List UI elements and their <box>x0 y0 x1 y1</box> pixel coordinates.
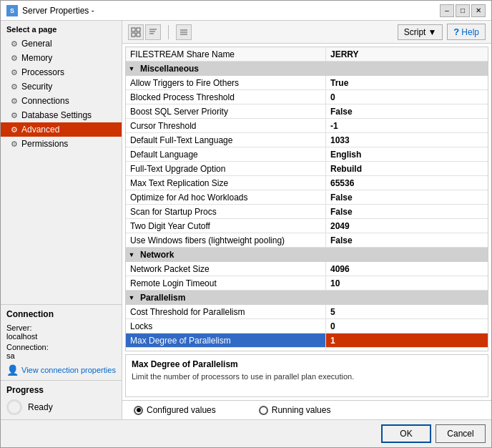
list-icon[interactable] <box>176 24 192 40</box>
filestream-row[interactable]: FILESTREAM Share Name JERRY <box>126 47 488 62</box>
table-row[interactable]: Blocked Process Threshold 0 <box>126 90 488 104</box>
window-title: Server Properties - <box>22 6 94 16</box>
table-row[interactable]: Default Full-Text Language 1033 <box>126 133 488 147</box>
prop-value: False <box>326 104 488 118</box>
main-content: Select a page ⚙ General ⚙ Memory ⚙ Proce… <box>1 21 491 419</box>
table-row[interactable]: Query Wait -1 <box>126 348 488 351</box>
sidebar-item-security[interactable]: ⚙ Security <box>1 79 122 94</box>
prop-name: Query Wait <box>126 348 326 351</box>
table-row[interactable]: Two Digit Year Cutoff 2049 <box>126 219 488 233</box>
sidebar-item-label: Connections <box>21 96 69 106</box>
progress-status: Ready <box>28 402 53 412</box>
progress-content: Ready <box>6 399 116 415</box>
section-title-parallelism: Parallelism <box>137 291 188 304</box>
sidebar-item-processors[interactable]: ⚙ Processors <box>1 65 122 79</box>
description-text: Limit the number of processors to use in… <box>132 372 482 381</box>
table-row[interactable]: Default Language English <box>126 147 488 162</box>
description-title: Max Degree of Parallelism <box>132 359 482 369</box>
radio-circle-running <box>259 406 268 415</box>
prop-value: 4096 <box>326 262 488 276</box>
minimize-button[interactable]: – <box>440 4 454 17</box>
sort-icon[interactable] <box>145 24 161 40</box>
section-title-miscellaneous: Miscellaneous <box>137 62 202 75</box>
properties-table: FILESTREAM Share Name JERRY ▼ Miscellane… <box>125 47 488 351</box>
sidebar-item-label: Database Settings <box>21 110 92 120</box>
prop-value: 0 <box>326 90 488 104</box>
collapse-icon: ▼ <box>126 292 137 303</box>
parallelism-section-header[interactable]: ▼ Parallelism <box>126 291 488 305</box>
sidebar-item-label: Security <box>21 82 52 92</box>
toolbar: Script ▼ ? Help <box>122 21 491 44</box>
sidebar-item-connections[interactable]: ⚙ Connections <box>1 94 122 108</box>
table-row[interactable]: Scan for Startup Procs False <box>126 205 488 219</box>
svg-rect-3 <box>137 33 140 36</box>
network-section-header[interactable]: ▼ Network <box>126 248 488 262</box>
title-bar-left: S Server Properties - <box>6 5 94 16</box>
table-row[interactable]: Optimize for Ad hoc Workloads False <box>126 190 488 205</box>
script-dropdown-icon: ▼ <box>428 27 436 37</box>
table-row[interactable]: Full-Text Upgrade Option Rebuild <box>126 162 488 176</box>
help-button[interactable]: ? Help <box>447 24 486 40</box>
prop-value: 10 <box>326 276 488 290</box>
running-values-label: Running values <box>272 405 331 415</box>
sidebar-section-header: Select a page <box>1 21 122 36</box>
prop-value: 65536 <box>326 176 488 190</box>
table-row[interactable]: Max Text Replication Size 65536 <box>126 176 488 190</box>
cancel-button[interactable]: Cancel <box>436 424 486 443</box>
prop-name: Allow Triggers to Fire Others <box>126 76 326 89</box>
prop-name: Use Windows fibers (lightweight pooling) <box>126 233 326 247</box>
window-icon: S <box>6 5 18 16</box>
filestream-name: FILESTREAM Share Name <box>126 47 326 61</box>
processors-icon: ⚙ <box>11 68 18 77</box>
grid-icon[interactable] <box>128 24 144 40</box>
toolbar-icon-group <box>128 24 161 40</box>
table-row[interactable]: Locks 0 <box>126 319 488 333</box>
table-row[interactable]: Boost SQL Server Priority False <box>126 104 488 119</box>
prop-name: Default Language <box>126 147 326 161</box>
filestream-value: JERRY <box>326 47 488 61</box>
table-row[interactable]: Use Windows fibers (lightweight pooling)… <box>126 233 488 248</box>
table-row[interactable]: Cost Threshold for Parallelism 5 <box>126 305 488 319</box>
table-row[interactable]: Remote Login Timeout 10 <box>126 276 488 291</box>
prop-name-selected: Max Degree of Parallelism <box>126 333 326 347</box>
close-button[interactable]: ✕ <box>471 4 486 17</box>
sidebar-item-advanced[interactable]: ⚙ Advanced <box>1 122 122 137</box>
ok-button[interactable]: OK <box>381 424 431 443</box>
prop-name: Cost Threshold for Parallelism <box>126 305 326 318</box>
table-row[interactable]: Network Packet Size 4096 <box>126 262 488 276</box>
title-bar: S Server Properties - – □ ✕ <box>1 1 491 21</box>
script-button[interactable]: Script ▼ <box>398 24 443 40</box>
prop-value-selected[interactable]: 1 <box>326 333 488 347</box>
maximize-button[interactable]: □ <box>456 4 470 17</box>
prop-name: Locks <box>126 319 326 333</box>
sidebar-item-database-settings[interactable]: ⚙ Database Settings <box>1 108 122 122</box>
progress-spinner <box>6 399 22 415</box>
prop-value: 1033 <box>326 133 488 147</box>
view-connection-properties-link[interactable]: 👤 View connection properties <box>6 364 116 376</box>
prop-value: 2049 <box>326 219 488 233</box>
prop-name: Network Packet Size <box>126 262 326 276</box>
table-row[interactable]: Allow Triggers to Fire Others True <box>126 76 488 90</box>
section-title-network: Network <box>137 248 177 261</box>
prop-value: False <box>326 190 488 204</box>
sidebar-item-general[interactable]: ⚙ General <box>1 36 122 51</box>
title-bar-controls: – □ ✕ <box>440 4 486 17</box>
running-values-radio[interactable]: Running values <box>259 405 331 415</box>
general-icon: ⚙ <box>11 39 18 49</box>
table-row[interactable]: Cursor Threshold -1 <box>126 119 488 133</box>
prop-value: True <box>326 76 488 89</box>
server-value: localhost <box>6 332 37 341</box>
table-row-selected[interactable]: Max Degree of Parallelism 1 <box>126 333 488 348</box>
collapse-icon: ▼ <box>126 63 137 74</box>
sidebar-item-memory[interactable]: ⚙ Memory <box>1 51 122 65</box>
memory-icon: ⚙ <box>11 54 18 63</box>
sidebar-item-permissions[interactable]: ⚙ Permissions <box>1 137 122 151</box>
prop-name: Max Text Replication Size <box>126 176 326 190</box>
sidebar-item-label: Permissions <box>21 139 68 149</box>
configured-values-radio[interactable]: Configured values <box>134 405 216 415</box>
miscellaneous-section-header[interactable]: ▼ Miscellaneous <box>126 62 488 76</box>
bottom-bar: OK Cancel <box>1 419 491 447</box>
prop-value: -1 <box>326 119 488 132</box>
server-label: Server: localhost <box>6 323 116 341</box>
server-properties-window: S Server Properties - – □ ✕ Select a pag… <box>0 0 492 448</box>
